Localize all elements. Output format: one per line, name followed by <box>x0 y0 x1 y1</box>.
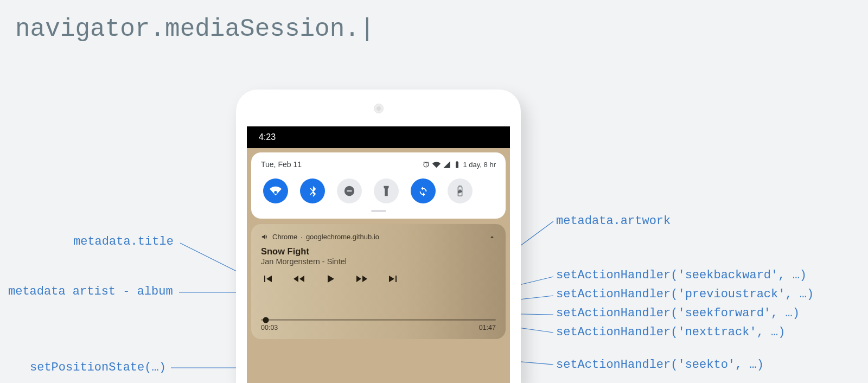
seek-thumb-icon[interactable] <box>263 317 269 323</box>
qs-dnd-toggle[interactable] <box>337 178 362 203</box>
qs-wifi-toggle[interactable] <box>263 178 288 203</box>
media-source-domain: googlechrome.github.io <box>306 233 379 241</box>
alarm-icon <box>422 161 430 169</box>
phone-mockup: 4:23 Tue, Feb 11 1 day, 8 hr <box>236 90 521 383</box>
volume-icon <box>261 233 269 241</box>
time-current: 00:03 <box>261 324 278 331</box>
qs-date: Tue, Feb 11 <box>261 160 302 169</box>
next-track-button[interactable] <box>387 272 400 285</box>
media-controls <box>261 272 496 285</box>
previous-track-button[interactable] <box>261 272 274 285</box>
status-time: 4:23 <box>259 132 276 142</box>
qs-handle-icon[interactable] <box>371 210 386 212</box>
qs-bluetooth-toggle[interactable] <box>300 178 325 203</box>
seek-slider[interactable] <box>261 319 496 321</box>
media-title: Snow Fight <box>261 246 496 257</box>
media-subtitle: Jan Morgenstern - Sintel <box>261 257 496 266</box>
media-notification[interactable]: Chrome · googlechrome.github.io Snow Fig… <box>251 224 506 339</box>
seek-backward-button[interactable] <box>292 272 305 285</box>
battery-icon <box>453 161 461 169</box>
qs-autorotate-toggle[interactable] <box>411 178 436 203</box>
signal-icon <box>443 161 451 169</box>
play-button[interactable] <box>324 272 337 285</box>
seek-forward-button[interactable] <box>355 272 368 285</box>
wifi-icon <box>432 161 441 169</box>
status-bar: 4:23 <box>247 126 510 148</box>
time-total: 01:47 <box>479 324 496 331</box>
media-source-app: Chrome <box>272 233 297 241</box>
qs-batterysaver-toggle[interactable] <box>448 178 473 203</box>
qs-flashlight-toggle[interactable] <box>374 178 399 203</box>
chevron-up-icon[interactable] <box>488 233 496 241</box>
battery-estimate: 1 day, 8 hr <box>463 161 496 169</box>
phone-screen: 4:23 Tue, Feb 11 1 day, 8 hr <box>247 126 510 383</box>
qs-status-icons: 1 day, 8 hr <box>422 161 496 169</box>
quick-settings-panel: Tue, Feb 11 1 day, 8 hr <box>251 152 506 219</box>
phone-speaker-icon <box>374 104 384 113</box>
media-source-row: Chrome · googlechrome.github.io <box>261 233 496 241</box>
